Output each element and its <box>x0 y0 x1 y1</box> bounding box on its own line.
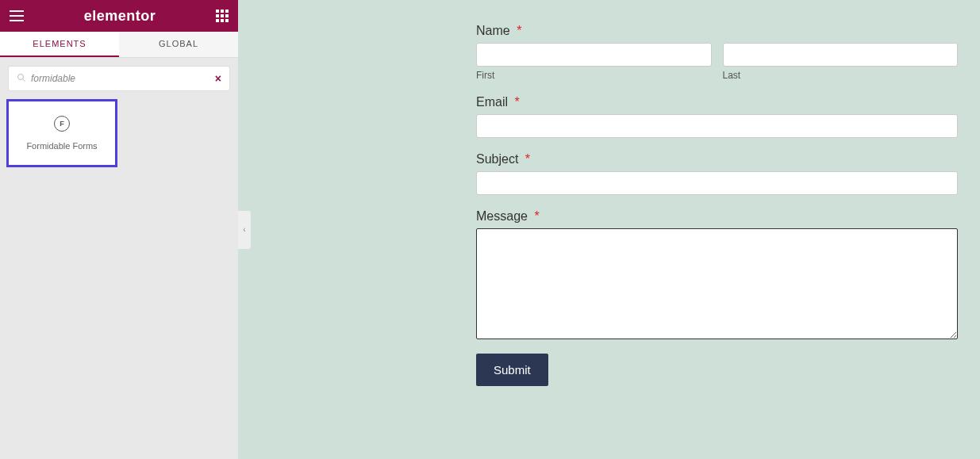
widget-label: Formidable Forms <box>26 141 97 151</box>
subject-label: Subject <box>476 152 518 166</box>
search-icon <box>17 73 26 85</box>
required-mark: * <box>517 24 521 37</box>
widget-list: F Formidable Forms <box>0 99 238 167</box>
search-box: × <box>8 66 230 91</box>
sidebar-header: elementor <box>0 0 238 32</box>
message-textarea[interactable] <box>476 228 958 339</box>
first-name-input[interactable] <box>476 43 712 67</box>
chevron-left-icon: ‹ <box>243 225 245 234</box>
email-label: Email <box>476 95 508 109</box>
menu-icon[interactable] <box>10 10 24 21</box>
search-wrap: × <box>0 58 238 99</box>
tab-global[interactable]: GLOBAL <box>119 32 238 57</box>
name-label: Name <box>476 24 510 37</box>
apps-icon[interactable] <box>216 10 229 22</box>
first-sublabel: First <box>476 70 712 81</box>
svg-point-0 <box>18 74 24 79</box>
widget-formidable-forms[interactable]: F Formidable Forms <box>6 99 117 167</box>
required-mark: * <box>534 209 539 223</box>
email-input[interactable] <box>476 114 958 138</box>
message-label: Message <box>476 209 528 223</box>
collapse-sidebar-handle[interactable]: ‹ <box>238 211 251 249</box>
subject-input[interactable] <box>476 171 958 195</box>
sidebar-tabs: ELEMENTS GLOBAL <box>0 32 238 58</box>
required-mark: * <box>525 152 530 166</box>
clear-search-icon[interactable]: × <box>215 72 221 85</box>
svg-line-1 <box>23 78 25 81</box>
search-input[interactable] <box>31 73 215 84</box>
last-name-input[interactable] <box>723 43 959 67</box>
brand-logo: elementor <box>84 8 156 25</box>
tab-elements[interactable]: ELEMENTS <box>0 32 119 57</box>
formidable-icon: F <box>54 116 70 132</box>
required-mark: * <box>514 95 519 109</box>
submit-button[interactable]: Submit <box>476 354 548 386</box>
contact-form: Name * First Last Email * Subject * <box>476 24 958 435</box>
last-sublabel: Last <box>723 70 959 81</box>
preview-canvas: Name * First Last Email * Subject * <box>238 0 980 459</box>
elementor-sidebar: elementor ELEMENTS GLOBAL × F Formidable… <box>0 0 238 459</box>
